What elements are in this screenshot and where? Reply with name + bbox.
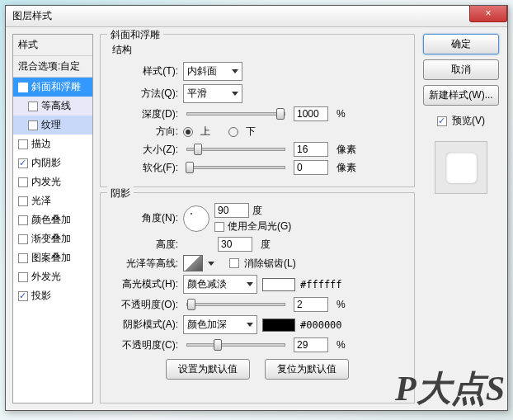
- chevron-down-icon[interactable]: [208, 262, 214, 266]
- sidebar-item-label: 渐变叠加: [31, 232, 71, 246]
- sidebar-item-6[interactable]: 光泽: [13, 191, 92, 210]
- style-checkbox[interactable]: [18, 234, 28, 244]
- global-light-check[interactable]: [214, 222, 224, 232]
- highlight-hex: #ffffff: [300, 279, 342, 290]
- soften-label: 软化(F):: [109, 161, 178, 175]
- styles-sidebar: 样式 混合选项:自定 斜面和浮雕等高线纹理描边内阴影内发光光泽颜色叠加渐变叠加图…: [12, 34, 93, 403]
- shadow-opacity-input[interactable]: [294, 337, 328, 352]
- depth-label: 深度(D):: [109, 107, 178, 121]
- shadow-mode-select[interactable]: 颜色加深: [183, 315, 257, 334]
- sidebar-item-label: 等高线: [41, 99, 71, 113]
- shadow-opacity-slider[interactable]: [186, 343, 285, 347]
- angle-input[interactable]: [214, 203, 249, 218]
- preview-check[interactable]: [437, 116, 447, 126]
- style-checkbox[interactable]: [18, 83, 28, 92]
- sidebar-item-3[interactable]: 描边: [13, 134, 92, 153]
- style-checkbox[interactable]: [28, 120, 38, 130]
- sidebar-item-5[interactable]: 内发光: [13, 172, 92, 191]
- chevron-down-icon: [247, 323, 253, 327]
- dir-down-radio[interactable]: [228, 127, 238, 137]
- preview-box: [435, 141, 487, 194]
- new-style-button[interactable]: 新建样式(W)...: [423, 85, 499, 106]
- shadow-opacity-label: 不透明度(C):: [109, 338, 178, 352]
- chevron-down-icon: [232, 69, 238, 73]
- depth-slider[interactable]: [186, 112, 285, 116]
- sidebar-item-label: 内阴影: [31, 156, 61, 170]
- sidebar-item-label: 图案叠加: [31, 251, 71, 265]
- sidebar-item-9[interactable]: 图案叠加: [13, 248, 92, 267]
- sidebar-item-1[interactable]: 等高线: [13, 97, 92, 116]
- sidebar-item-8[interactable]: 渐变叠加: [13, 229, 92, 248]
- highlight-mode-label: 高光模式(H):: [109, 277, 178, 291]
- ok-button[interactable]: 确定: [423, 34, 499, 54]
- sidebar-item-7[interactable]: 颜色叠加: [13, 210, 92, 229]
- shadow-mode-label: 阴影模式(A):: [109, 318, 178, 332]
- gloss-contour[interactable]: [183, 255, 203, 271]
- shading-title: 阴影: [107, 186, 134, 201]
- style-checkbox[interactable]: [18, 272, 28, 282]
- shadow-color[interactable]: [262, 319, 295, 332]
- antialias-check[interactable]: [229, 258, 239, 268]
- size-label: 大小(Z):: [109, 143, 178, 157]
- make-default-button[interactable]: 设置为默认值: [166, 359, 250, 380]
- highlight-opacity-slider[interactable]: [186, 303, 285, 306]
- highlight-opacity-label: 不透明度(O):: [109, 298, 178, 312]
- size-slider[interactable]: [186, 148, 285, 151]
- style-checkbox[interactable]: [18, 215, 28, 225]
- direction-label: 方向:: [109, 125, 178, 139]
- size-input[interactable]: [294, 142, 328, 157]
- cancel-button[interactable]: 取消: [423, 59, 499, 80]
- style-checkbox[interactable]: [18, 291, 28, 301]
- gloss-label: 光泽等高线:: [109, 257, 178, 271]
- window-title: 图层样式: [12, 9, 52, 23]
- style-checkbox[interactable]: [18, 196, 28, 206]
- sidebar-item-label: 光泽: [31, 194, 51, 208]
- style-select[interactable]: 内斜面: [183, 62, 242, 81]
- sidebar-item-label: 纹理: [41, 118, 61, 132]
- structure-label: 结构: [112, 43, 406, 57]
- shading-group: 阴影 角度(N): 度 使用全局光(G) 高度:度 光泽等高线:消除锯齿(L) …: [100, 192, 415, 403]
- sidebar-item-label: 投影: [31, 289, 51, 303]
- altitude-label: 高度:: [109, 238, 178, 252]
- sidebar-item-label: 颜色叠加: [31, 213, 71, 227]
- sidebar-header: 样式: [13, 35, 92, 56]
- bevel-group: 斜面和浮雕 结构 样式(T):内斜面 方法(Q):平滑 深度(D):% 方向:上…: [100, 34, 415, 187]
- style-checkbox[interactable]: [18, 139, 28, 149]
- group-title: 斜面和浮雕: [107, 28, 163, 42]
- style-label: 样式(T):: [109, 64, 178, 78]
- sidebar-item-2[interactable]: 纹理: [13, 116, 92, 134]
- method-select[interactable]: 平滑: [183, 84, 242, 103]
- style-checkbox[interactable]: [18, 177, 28, 187]
- highlight-opacity-input[interactable]: [294, 297, 328, 312]
- highlight-color[interactable]: [262, 278, 295, 291]
- blend-options[interactable]: 混合选项:自定: [13, 56, 92, 78]
- sidebar-item-10[interactable]: 外发光: [13, 267, 92, 286]
- highlight-mode-select[interactable]: 颜色减淡: [183, 275, 257, 294]
- soften-input[interactable]: [294, 160, 328, 175]
- method-label: 方法(Q):: [109, 87, 178, 101]
- sidebar-item-label: 描边: [31, 137, 51, 151]
- style-checkbox[interactable]: [28, 101, 38, 111]
- shadow-hex: #000000: [300, 319, 342, 331]
- style-checkbox[interactable]: [18, 158, 28, 168]
- dir-up-radio[interactable]: [183, 127, 193, 137]
- sidebar-item-4[interactable]: 内阴影: [13, 153, 92, 172]
- close-button[interactable]: ×: [469, 6, 507, 22]
- sidebar-item-0[interactable]: 斜面和浮雕: [13, 78, 92, 97]
- sidebar-item-label: 内发光: [31, 175, 61, 189]
- reset-default-button[interactable]: 复位为默认值: [265, 359, 349, 380]
- angle-label: 角度(N):: [109, 211, 178, 225]
- angle-dial[interactable]: [183, 205, 209, 232]
- titlebar: 图层样式 ×: [6, 6, 507, 27]
- soften-slider[interactable]: [186, 166, 285, 169]
- sidebar-item-label: 外发光: [31, 270, 61, 284]
- sidebar-item-label: 斜面和浮雕: [31, 80, 81, 94]
- chevron-down-icon: [232, 92, 238, 96]
- sidebar-item-11[interactable]: 投影: [13, 286, 92, 305]
- chevron-down-icon: [247, 282, 253, 286]
- altitude-input[interactable]: [218, 237, 252, 252]
- style-checkbox[interactable]: [18, 253, 28, 263]
- depth-input[interactable]: [294, 106, 328, 121]
